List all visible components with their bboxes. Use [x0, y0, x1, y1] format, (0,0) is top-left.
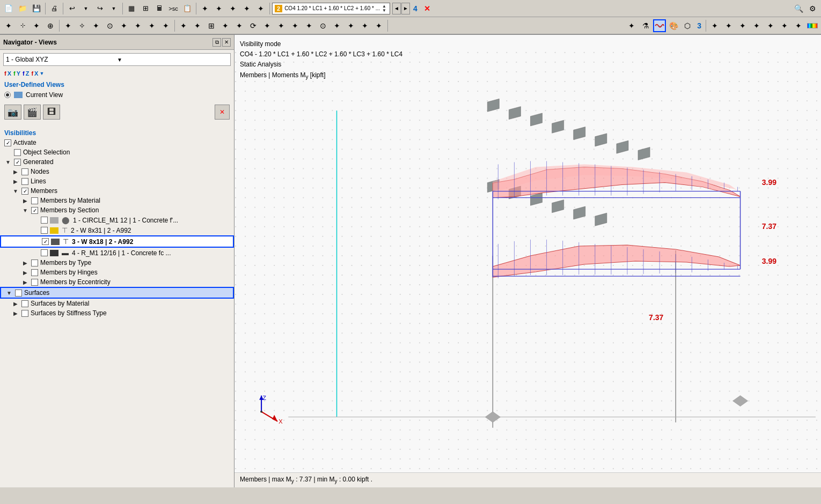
star-btn5[interactable]: ✦: [254, 2, 267, 15]
current-view-radio[interactable]: [4, 92, 11, 98]
section-item-1[interactable]: ⬤ 1 - CIRCLE_M1 12 | 1 - Concrete f'...: [0, 215, 234, 225]
redo-button[interactable]: ↪: [93, 2, 106, 15]
tb2-btn27[interactable]: ✦: [372, 19, 385, 32]
tb2-btn16[interactable]: ✦: [219, 19, 232, 32]
star-btn2[interactable]: ✦: [212, 2, 225, 15]
star-btn1[interactable]: ✦: [199, 2, 211, 15]
section-item-2[interactable]: ⊤ 2 - W 8x31 | 2 - A992: [0, 225, 234, 235]
nav-arrow-prev[interactable]: ◄: [392, 3, 401, 14]
tb2-btn7[interactable]: ✦: [90, 19, 102, 32]
tb2-btn12[interactable]: ✦: [159, 19, 172, 32]
tb2-right2[interactable]: ✦: [722, 19, 735, 32]
undo-button[interactable]: ↩: [65, 2, 78, 15]
combo-arrows[interactable]: ▲ ▼: [381, 4, 387, 13]
members-by-hinges-checkbox[interactable]: [31, 269, 38, 276]
tb2-btn20[interactable]: ✦: [275, 19, 288, 32]
right-icon2[interactable]: ⚙: [806, 2, 819, 15]
tb2-btn18[interactable]: ⟳: [247, 19, 260, 32]
camera-gif-btn[interactable]: 🎞: [43, 105, 60, 120]
members-by-hinges-toggle[interactable]: ▶: [21, 269, 29, 276]
activate-item[interactable]: Activate: [0, 138, 234, 147]
members-by-hinges-item[interactable]: ▶ Members by Hinges: [0, 268, 234, 277]
camera-play-btn[interactable]: 🎬: [24, 105, 41, 120]
tb2-analysis-btn[interactable]: ⚗: [639, 19, 652, 32]
tb2-right4[interactable]: ✦: [750, 19, 763, 32]
tb2-btn6[interactable]: ✧: [76, 19, 89, 32]
members-by-material-toggle[interactable]: ▶: [21, 197, 29, 204]
tb2-btn15[interactable]: ⊞: [205, 19, 218, 32]
panel-close-btn[interactable]: ✕: [222, 38, 231, 47]
lines-toggle[interactable]: ▶: [12, 177, 19, 185]
surfaces-by-material-checkbox[interactable]: [21, 300, 28, 307]
surfaces-by-stiffness-toggle[interactable]: ▶: [12, 309, 19, 317]
members-by-section-toggle[interactable]: ▼: [21, 206, 29, 214]
members-by-type-toggle[interactable]: ▶: [21, 259, 29, 266]
tb2-btn9[interactable]: ✦: [118, 19, 130, 32]
section-item-3[interactable]: 1 ⊤ 3 - W 8x18 | 2 - A992: [0, 235, 234, 248]
axis-x-btn[interactable]: fX: [4, 70, 11, 77]
lines-checkbox[interactable]: [21, 178, 28, 185]
activate-checkbox[interactable]: [4, 139, 11, 146]
tb2-btn25[interactable]: ✦: [344, 19, 357, 32]
tb2-right7[interactable]: ✦: [792, 19, 805, 32]
grid-button[interactable]: ⊞: [139, 2, 152, 15]
tb2-btn2[interactable]: ⊹: [16, 19, 29, 32]
star-btn4[interactable]: ✦: [240, 2, 253, 15]
members-by-type-item[interactable]: ▶ Members by Type: [0, 258, 234, 268]
tb2-btn8[interactable]: ⊙: [104, 19, 116, 32]
tb2-btn5[interactable]: ✦: [62, 19, 75, 32]
new-button[interactable]: 📄: [2, 2, 15, 15]
current-view-item[interactable]: Current View: [0, 90, 234, 100]
print-button[interactable]: 🖨: [48, 2, 61, 15]
undo-arrow-button[interactable]: ▼: [79, 2, 92, 15]
tb2-btn21[interactable]: ✦: [289, 19, 302, 32]
members-by-eccentricity-toggle[interactable]: ▶: [21, 278, 29, 286]
lines-item[interactable]: ▶ Lines: [0, 176, 234, 186]
panel-restore-btn[interactable]: ⧉: [212, 38, 221, 47]
generated-checkbox[interactable]: [14, 159, 21, 166]
section3-checkbox[interactable]: [42, 238, 49, 245]
members-by-type-checkbox[interactable]: [31, 260, 38, 266]
tb2-btn3[interactable]: ✦: [30, 19, 43, 32]
members-by-material-checkbox[interactable]: [31, 197, 38, 204]
save-button[interactable]: 💾: [30, 2, 43, 15]
section4-checkbox[interactable]: [41, 249, 48, 256]
members-by-section-checkbox[interactable]: [31, 207, 38, 214]
axis-z-btn[interactable]: fZ: [23, 70, 29, 77]
tb2-btn10[interactable]: ✦: [131, 19, 144, 32]
star-btn3[interactable]: ✦: [226, 2, 239, 15]
generated-toggle[interactable]: ▼: [4, 158, 12, 166]
section2-checkbox[interactable]: [41, 227, 48, 234]
right-icon1[interactable]: 🔍: [792, 2, 805, 15]
tb2-btn17[interactable]: ✦: [233, 19, 246, 32]
tb2-btn26[interactable]: ✦: [358, 19, 371, 32]
surfaces-item[interactable]: 2 ▼ Surfaces: [0, 287, 234, 299]
open-button[interactable]: 📁: [16, 2, 29, 15]
tb2-btn1[interactable]: ✦: [2, 19, 15, 32]
tb2-results-chart-btn[interactable]: ✦: [625, 19, 638, 32]
members-by-section-item[interactable]: ▼ Members by Section: [0, 205, 234, 215]
tb2-wave-btn[interactable]: [653, 19, 666, 32]
members-item[interactable]: ▼ Members: [0, 186, 234, 196]
combo-arrow-down[interactable]: ▼: [381, 9, 387, 13]
camera-add-btn[interactable]: 📷: [4, 105, 21, 120]
surfaces-checkbox[interactable]: [15, 290, 22, 297]
tb2-right1[interactable]: ✦: [708, 19, 721, 32]
viewport-bg[interactable]: Visibility mode CO4 - 1.20 * LC1 + 1.60 …: [234, 35, 821, 487]
calc-button[interactable]: 🖩: [153, 2, 166, 15]
axis-xyz-btn[interactable]: fX▼: [31, 70, 44, 77]
tb2-btn11[interactable]: ✦: [145, 19, 158, 32]
generated-item[interactable]: ▼ Generated: [0, 157, 234, 167]
nodes-checkbox[interactable]: [21, 168, 28, 175]
surfaces-by-material-item[interactable]: ▶ Surfaces by Material: [0, 299, 234, 308]
tb2-btn22[interactable]: ✦: [303, 19, 316, 32]
nav-arrow-next[interactable]: ►: [401, 3, 410, 14]
section-item-4[interactable]: ▬ 4 - R_M1 12/16 | 1 - Concrete fc ...: [0, 248, 234, 258]
tb2-btn13[interactable]: ✦: [177, 19, 190, 32]
table-button[interactable]: ▦: [125, 2, 138, 15]
tb2-btn4[interactable]: ⊕: [44, 19, 57, 32]
load-combo[interactable]: 2 CO4 1.20 * LC1 + 1.60 * LC2 + 1.60 * .…: [272, 3, 390, 14]
members-by-eccentricity-item[interactable]: ▶ Members by Eccentricity: [0, 277, 234, 287]
console-button[interactable]: >sc: [167, 2, 180, 15]
tb2-btn14[interactable]: ✦: [191, 19, 204, 32]
